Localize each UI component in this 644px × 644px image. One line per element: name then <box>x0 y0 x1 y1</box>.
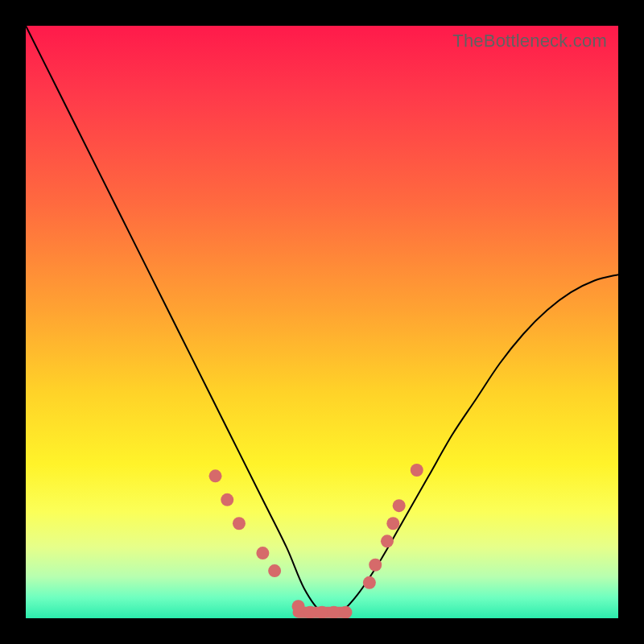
curve-marker <box>381 535 394 547</box>
marker-group <box>209 464 423 618</box>
plot-area: TheBottleneck.com <box>26 26 618 618</box>
curve-marker <box>292 600 305 613</box>
curve-marker <box>363 576 376 589</box>
curve-marker <box>268 564 281 577</box>
curve-marker <box>209 469 222 482</box>
bottleneck-curve <box>26 26 618 615</box>
curve-marker <box>316 606 328 618</box>
watermark-text: TheBottleneck.com <box>452 31 607 52</box>
curve-marker <box>303 606 316 618</box>
curve-marker <box>328 606 341 618</box>
chart-frame: TheBottleneck.com <box>0 0 644 644</box>
curve-marker <box>411 464 423 477</box>
curve-marker <box>221 493 233 506</box>
curve-marker <box>256 547 269 559</box>
chart-svg <box>26 26 618 618</box>
curve-marker <box>233 517 246 530</box>
curve-marker <box>339 606 352 618</box>
curve-marker <box>386 517 399 530</box>
curve-marker <box>393 499 406 512</box>
curve-marker <box>369 559 382 572</box>
